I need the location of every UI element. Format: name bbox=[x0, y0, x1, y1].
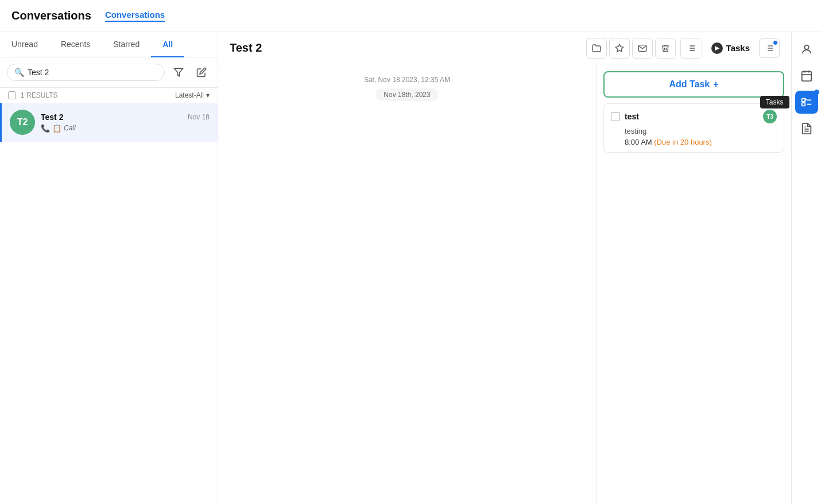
tasks-icon-btn[interactable] bbox=[795, 91, 818, 114]
sort-button[interactable]: Latest-All ▾ bbox=[175, 91, 210, 99]
svg-marker-0 bbox=[175, 68, 183, 76]
tasks-label: Tasks bbox=[726, 43, 750, 53]
toolbar-icons bbox=[586, 38, 676, 59]
top-header: Conversations Conversations bbox=[0, 0, 821, 32]
sort-label: Latest-All bbox=[175, 91, 204, 99]
svg-rect-15 bbox=[801, 72, 811, 82]
main-layout: Unread Recents Starred All 🔍 1 RESULTS bbox=[0, 32, 821, 504]
conv-meta: 📞 📋 Call bbox=[41, 124, 210, 133]
conv-info: Test 2 Nov 18 📞 📋 Call bbox=[41, 113, 210, 133]
tab-starred[interactable]: Starred bbox=[102, 32, 151, 57]
document-icon-btn[interactable] bbox=[795, 117, 818, 140]
content-title: Test 2 bbox=[230, 41, 262, 55]
tasks-panel: Add Task + test T3 testing bbox=[596, 64, 791, 504]
tab-unread[interactable]: Unread bbox=[0, 32, 49, 57]
compose-icon-btn[interactable] bbox=[192, 63, 211, 82]
add-task-label: Add Task bbox=[669, 79, 710, 90]
folder-button[interactable] bbox=[586, 38, 607, 59]
trash-button[interactable] bbox=[655, 38, 676, 59]
search-icon: 🔍 bbox=[14, 68, 24, 77]
svg-point-14 bbox=[804, 45, 808, 49]
task-time: 8:00 AM (Due in 20 hours) bbox=[625, 138, 777, 146]
task-due-label: (Due in 20 hours) bbox=[654, 138, 711, 146]
task-item: test T3 testing 8:00 AM (Due in 20 hours… bbox=[603, 103, 784, 153]
content-header: Test 2 bbox=[218, 32, 791, 64]
task-assignee-avatar: T3 bbox=[763, 110, 777, 123]
mail-button[interactable] bbox=[632, 38, 653, 59]
play-icon: ▶ bbox=[711, 42, 723, 54]
select-all-checkbox[interactable] bbox=[8, 91, 16, 99]
tasks-header-button[interactable]: ▶ Tasks bbox=[707, 40, 754, 56]
notification-dot bbox=[773, 40, 778, 45]
sidebar: Unread Recents Starred All 🔍 1 RESULTS bbox=[0, 32, 218, 504]
task-title: test bbox=[625, 112, 639, 121]
account-circle-icon-btn[interactable] bbox=[795, 38, 818, 61]
content-area: Test 2 bbox=[218, 32, 791, 504]
tab-recents[interactable]: Recents bbox=[49, 32, 102, 57]
note-icon: 📋 bbox=[52, 124, 61, 133]
tasks-badge-dot bbox=[814, 90, 819, 95]
tab-all[interactable]: All bbox=[151, 32, 184, 57]
svg-rect-20 bbox=[801, 103, 805, 106]
sub-tabs: Unread Recents Starred All bbox=[0, 32, 218, 57]
filter-icon-btn[interactable] bbox=[169, 63, 188, 82]
list-item[interactable]: T2 Test 2 Nov 18 📞 📋 Call bbox=[0, 103, 218, 142]
tasks-icon-wrap: Tasks bbox=[795, 91, 818, 114]
star-button[interactable] bbox=[609, 38, 630, 59]
conversation-list: T2 Test 2 Nov 18 📞 📋 Call bbox=[0, 103, 218, 504]
add-task-icon: + bbox=[713, 79, 718, 90]
chevron-down-icon: ▾ bbox=[206, 91, 210, 99]
right-sidebar: Tasks bbox=[791, 32, 821, 504]
calendar-icon-btn[interactable] bbox=[795, 64, 818, 87]
date-label: Nov 18th, 2023 bbox=[375, 88, 438, 101]
timestamp: Sat, Nov 18 2023, 12:35 AM bbox=[364, 76, 450, 84]
app-title: Conversations bbox=[11, 9, 91, 22]
results-count: 1 RESULTS bbox=[21, 91, 57, 99]
add-task-button[interactable]: Add Task + bbox=[603, 71, 784, 98]
conv-date: Nov 18 bbox=[188, 113, 210, 121]
message-thread: Sat, Nov 18 2023, 12:35 AM Nov 18th, 202… bbox=[218, 64, 596, 504]
conv-meta-text: Call bbox=[64, 124, 76, 132]
search-bar: 🔍 bbox=[0, 57, 218, 88]
svg-marker-1 bbox=[615, 44, 623, 52]
search-input[interactable] bbox=[28, 68, 157, 77]
search-input-wrap: 🔍 bbox=[7, 64, 165, 81]
sort-filter-button[interactable] bbox=[681, 38, 702, 58]
svg-rect-19 bbox=[801, 99, 805, 102]
task-checkbox[interactable] bbox=[611, 112, 620, 121]
task-description: testing bbox=[625, 127, 777, 135]
phone-icon: 📞 bbox=[41, 124, 50, 133]
conv-name: Test 2 bbox=[41, 113, 63, 122]
message-area: Sat, Nov 18 2023, 12:35 AM Nov 18th, 202… bbox=[218, 64, 791, 504]
active-tab[interactable]: Conversations bbox=[105, 10, 165, 22]
results-bar: 1 RESULTS Latest-All ▾ bbox=[0, 88, 218, 103]
avatar: T2 bbox=[10, 110, 35, 135]
filter-sort-group bbox=[680, 38, 702, 59]
tasks-filter-button[interactable] bbox=[759, 38, 780, 58]
